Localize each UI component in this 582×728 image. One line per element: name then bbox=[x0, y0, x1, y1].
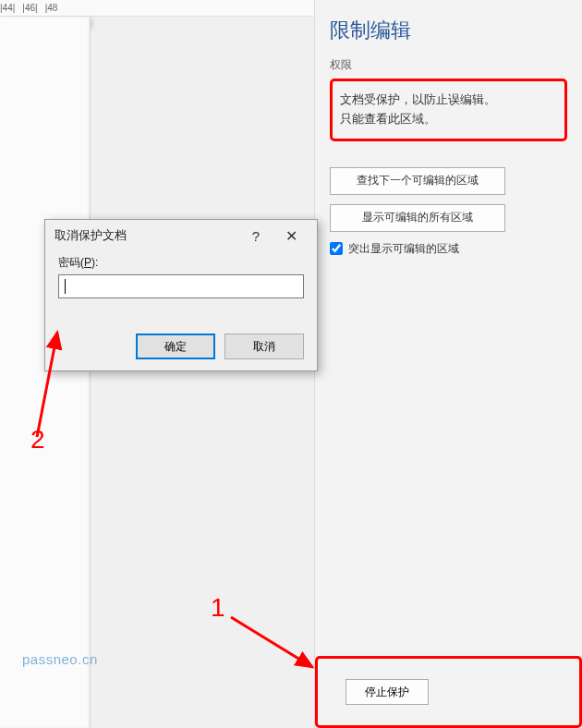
highlight-checkbox-label: 突出显示可编辑的区域 bbox=[348, 241, 459, 257]
panel-subheader: 权限 bbox=[330, 57, 567, 73]
info-text-line: 只能查看此区域。 bbox=[340, 110, 557, 129]
password-input[interactable] bbox=[58, 274, 304, 298]
help-icon[interactable]: ? bbox=[239, 228, 273, 244]
ruler: |44| |46| |48 bbox=[0, 0, 314, 17]
annotation-number-1: 1 bbox=[211, 593, 225, 623]
ruler-mark: |46| bbox=[22, 3, 37, 13]
close-icon[interactable]: ✕ bbox=[273, 227, 309, 245]
show-all-editable-button[interactable]: 显示可编辑的所有区域 bbox=[330, 204, 505, 232]
document-area[interactable] bbox=[0, 17, 91, 728]
dialog-title: 取消保护文档 bbox=[55, 227, 239, 244]
watermark-text: passneo.cn bbox=[22, 651, 98, 667]
highlight-checkbox-row[interactable]: 突出显示可编辑的区域 bbox=[330, 241, 567, 257]
ruler-mark: |44| bbox=[0, 3, 15, 13]
svg-line-1 bbox=[231, 617, 312, 667]
highlight-checkbox[interactable] bbox=[330, 242, 343, 255]
protection-info-box: 文档受保护，以防止误编辑。 只能查看此区域。 bbox=[330, 79, 567, 141]
password-label: 密码(P): bbox=[58, 255, 304, 271]
find-next-editable-button[interactable]: 查找下一个可编辑的区域 bbox=[330, 167, 505, 195]
restrict-editing-panel: 限制编辑 权限 文档受保护，以防止误编辑。 只能查看此区域。 查找下一个可编辑的… bbox=[314, 0, 582, 728]
info-text-line: 文档受保护，以防止误编辑。 bbox=[340, 91, 557, 110]
ruler-mark: |48 bbox=[45, 3, 58, 13]
annotation-number-2: 2 bbox=[30, 425, 45, 455]
stop-protection-button[interactable]: 停止保护 bbox=[346, 679, 429, 705]
ok-button[interactable]: 确定 bbox=[136, 334, 215, 359]
dialog-titlebar[interactable]: 取消保护文档 ? ✕ bbox=[45, 220, 317, 251]
stop-protection-callout: 停止保护 bbox=[315, 656, 582, 728]
text-cursor bbox=[65, 279, 66, 294]
panel-title: 限制编辑 bbox=[330, 17, 567, 44]
cancel-button[interactable]: 取消 bbox=[224, 334, 304, 359]
unprotect-dialog: 取消保护文档 ? ✕ 密码(P): 确定 取消 bbox=[44, 219, 318, 371]
